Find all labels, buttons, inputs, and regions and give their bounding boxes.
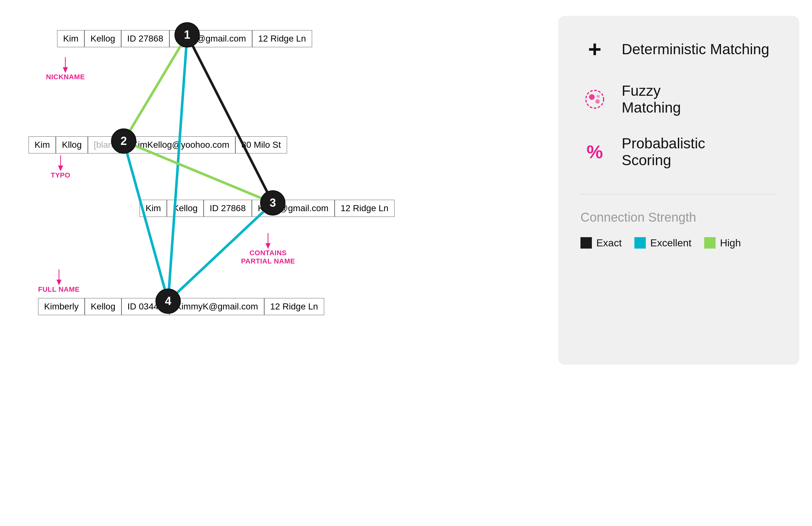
annotation-typo-text: TYPO xyxy=(51,171,70,179)
deterministic-label: Deterministic Matching xyxy=(622,41,769,58)
probabilistic-icon-container: % xyxy=(580,137,609,166)
exact-swatch xyxy=(580,237,592,249)
legend-item-probabilistic: % ProbabalisticScoring xyxy=(580,135,777,169)
svg-point-16 xyxy=(595,99,600,104)
record-1-cell-1: Kellog xyxy=(84,30,121,47)
probabilistic-label: ProbabalisticScoring xyxy=(622,135,705,169)
record-3-cell-1: Kellog xyxy=(167,200,204,217)
high-swatch xyxy=(704,237,715,249)
record-2-cell-1: Kllog xyxy=(56,136,88,154)
node-1: 1 xyxy=(174,22,200,47)
high-label: High xyxy=(720,237,741,249)
annotation-nickname-text: NICKNAME xyxy=(46,73,85,81)
record-4-cell-3: KimmyK@gmail.com xyxy=(169,298,264,315)
strength-high: High xyxy=(704,237,741,249)
record-3-cell-4: 12 Ridge Ln xyxy=(335,200,395,217)
strength-excellent: Excellent xyxy=(634,237,692,249)
svg-marker-9 xyxy=(58,165,63,171)
record-3-cell-0: Kim xyxy=(140,200,167,217)
record-4-cell-1: Kellog xyxy=(85,298,121,315)
legend-panel: + Deterministic Matching FuzzyMatching %… xyxy=(558,16,799,365)
diagram: Kim Kellog ID 27868 KimK@gmail.com 12 Ri… xyxy=(19,13,526,514)
legend-item-fuzzy: FuzzyMatching xyxy=(580,83,777,116)
record-1-cell-4: 12 Ridge Ln xyxy=(252,30,312,47)
connection-strength-items: Exact Excellent High xyxy=(580,237,777,249)
record-2-cell-3: KimKellog@yoohoo.com xyxy=(126,136,235,154)
fuzzy-label: FuzzyMatching xyxy=(622,83,681,116)
connection-strength-section: Connection Strength Exact Excellent High xyxy=(580,210,777,249)
excellent-label: Excellent xyxy=(650,237,692,249)
fuzzy-icon-container xyxy=(580,85,609,114)
excellent-swatch xyxy=(634,237,646,249)
annotation-typo: TYPO xyxy=(51,155,70,179)
annotation-partial-text: CONTAINSPARTIAL NAME xyxy=(241,249,295,265)
node-3: 3 xyxy=(260,190,286,216)
annotation-nickname: NICKNAME xyxy=(46,57,85,81)
record-1-cell-0: Kim xyxy=(57,30,84,47)
record-2-cell-4: 80 Milo St xyxy=(235,136,287,154)
record-3-cell-2: ID 27868 xyxy=(204,200,252,217)
svg-marker-13 xyxy=(265,243,271,249)
deterministic-icon-container: + xyxy=(580,35,609,63)
svg-point-15 xyxy=(589,94,595,100)
node-2: 2 xyxy=(111,128,136,154)
node-4: 4 xyxy=(156,289,181,314)
svg-marker-11 xyxy=(56,280,61,286)
svg-point-17 xyxy=(597,95,600,98)
record-row-4: Kimberly Kellog ID 03440 KimmyK@gmail.co… xyxy=(38,298,324,315)
strength-exact: Exact xyxy=(580,237,622,249)
percent-icon: % xyxy=(586,143,603,161)
annotation-partial: CONTAINSPARTIAL NAME xyxy=(241,233,295,265)
fuzzy-icon xyxy=(584,88,606,110)
record-4-cell-4: 12 Ridge Ln xyxy=(264,298,324,315)
plus-icon: + xyxy=(588,38,601,61)
connection-strength-title: Connection Strength xyxy=(580,210,777,224)
exact-label: Exact xyxy=(596,237,622,249)
svg-line-2 xyxy=(168,35,187,301)
svg-point-14 xyxy=(586,90,604,108)
record-1-cell-2: ID 27868 xyxy=(121,30,169,47)
svg-line-0 xyxy=(124,35,187,141)
legend-item-deterministic: + Deterministic Matching xyxy=(580,35,777,63)
svg-line-1 xyxy=(187,35,273,203)
legend-divider xyxy=(580,194,777,194)
record-row-2: Kim Kllog [blank] KimKellog@yoohoo.com 8… xyxy=(29,136,287,154)
svg-marker-7 xyxy=(63,67,68,73)
annotation-fullname-text: FULL NAME xyxy=(38,286,79,294)
record-2-cell-0: Kim xyxy=(29,136,56,154)
svg-line-4 xyxy=(124,141,168,301)
annotation-fullname: FULL NAME xyxy=(38,269,79,294)
record-4-cell-0: Kimberly xyxy=(38,298,85,315)
